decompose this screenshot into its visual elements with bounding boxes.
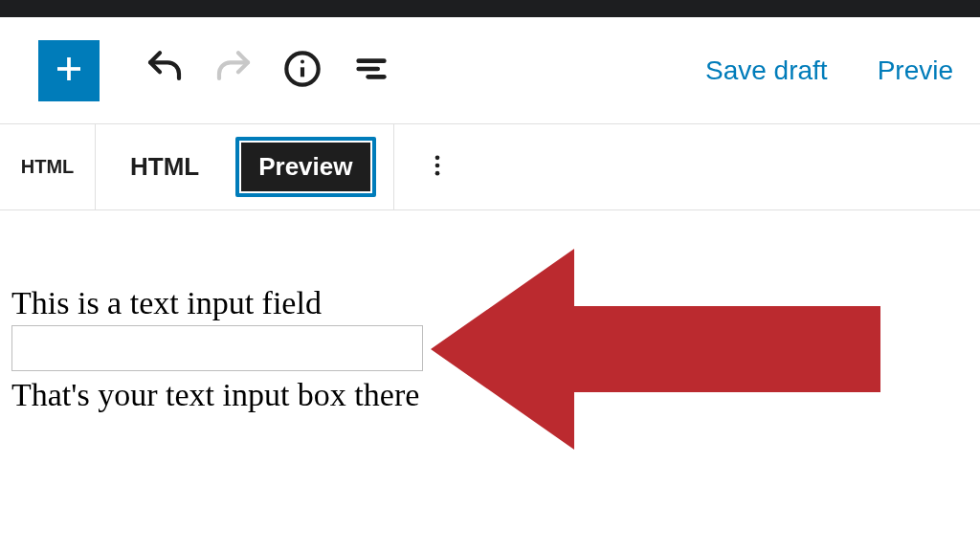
tab-preview-label: Preview <box>241 143 369 191</box>
redo-icon <box>214 50 253 92</box>
block-mode-tabs: HTML Preview <box>96 124 394 209</box>
plus-icon <box>52 52 86 90</box>
input-label-above: This is a text input field <box>11 285 980 321</box>
info-button[interactable] <box>279 48 325 94</box>
tab-html[interactable]: HTML <box>113 139 216 195</box>
window-top-bar <box>0 0 980 17</box>
info-icon <box>283 50 322 92</box>
tab-preview-active[interactable]: Preview <box>235 137 375 197</box>
redo-button[interactable] <box>211 48 256 94</box>
more-vertical-icon <box>424 152 451 183</box>
block-type-indicator[interactable]: HTML <box>0 124 96 209</box>
svg-point-8 <box>434 155 439 160</box>
demo-text-input[interactable] <box>11 325 423 371</box>
svg-point-10 <box>434 170 439 175</box>
more-options-button[interactable] <box>394 124 480 209</box>
outline-button[interactable] <box>348 48 394 94</box>
undo-button[interactable] <box>142 48 188 94</box>
block-toolbar: HTML HTML Preview <box>0 124 980 210</box>
preview-button[interactable]: Previe <box>864 48 953 94</box>
svg-point-9 <box>434 163 439 167</box>
add-block-button[interactable] <box>38 40 100 101</box>
editor-top-toolbar: Save draft Previe <box>0 17 980 124</box>
save-draft-button[interactable]: Save draft <box>692 48 841 94</box>
input-label-below: That's your text input box there <box>11 377 980 413</box>
list-outline-icon <box>352 50 390 92</box>
block-type-label: HTML <box>21 156 75 178</box>
block-preview-content: This is a text input field That's your t… <box>0 210 980 413</box>
undo-icon <box>145 50 184 92</box>
svg-point-4 <box>301 59 304 63</box>
